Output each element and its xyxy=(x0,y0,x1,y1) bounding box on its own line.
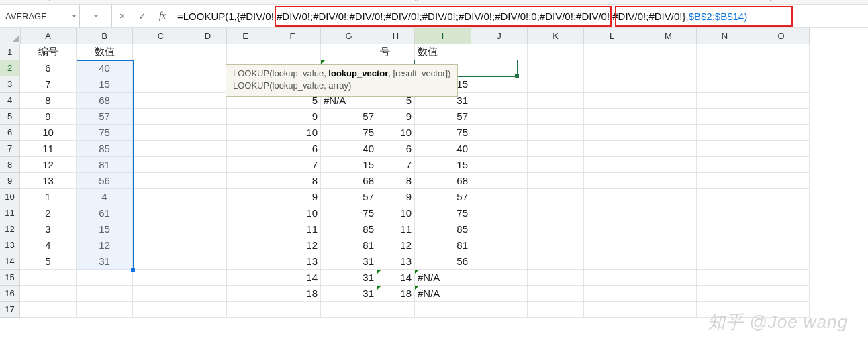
cell-K4[interactable] xyxy=(528,93,584,109)
cell-D10[interactable] xyxy=(189,189,227,205)
cell-I16[interactable]: #N/A xyxy=(415,286,471,302)
cell-L1[interactable] xyxy=(584,44,640,60)
cell-E11[interactable] xyxy=(227,205,264,221)
cell-O16[interactable] xyxy=(753,286,810,302)
col-header-K[interactable]: K xyxy=(528,28,584,44)
row-header-1[interactable]: 1 xyxy=(0,44,20,60)
cell-F5[interactable]: 9 xyxy=(264,109,321,125)
cell-D5[interactable] xyxy=(189,109,227,125)
cell-N2[interactable] xyxy=(697,60,753,76)
cell-M13[interactable] xyxy=(640,237,697,253)
cell-M9[interactable] xyxy=(640,173,697,189)
cell-J3[interactable] xyxy=(471,76,528,93)
cell-H11[interactable]: 10 xyxy=(377,205,415,221)
col-header-I[interactable]: I xyxy=(415,28,471,44)
cell-M2[interactable] xyxy=(640,60,697,76)
cell-J16[interactable] xyxy=(471,286,528,302)
cell-D7[interactable] xyxy=(189,141,227,157)
cell-J6[interactable] xyxy=(471,125,528,141)
cell-C13[interactable] xyxy=(133,237,189,253)
cell-O7[interactable] xyxy=(753,141,810,157)
cell-G16[interactable]: 31 xyxy=(321,286,377,302)
cell-J10[interactable] xyxy=(471,189,528,205)
row-header-16[interactable]: 16 xyxy=(0,286,20,302)
col-header-G[interactable]: G xyxy=(321,28,377,44)
cell-L15[interactable] xyxy=(584,270,640,286)
cell-N17[interactable] xyxy=(697,302,753,318)
cell-A5[interactable]: 9 xyxy=(20,109,77,125)
cell-C5[interactable] xyxy=(133,109,189,125)
cell-E5[interactable] xyxy=(227,109,264,125)
cell-J15[interactable] xyxy=(471,270,528,286)
cell-F1[interactable] xyxy=(264,44,321,60)
cell-D8[interactable] xyxy=(189,157,227,173)
cell-L3[interactable] xyxy=(584,76,640,93)
cell-J12[interactable] xyxy=(471,221,528,237)
cell-A14[interactable]: 5 xyxy=(20,253,77,270)
cell-I17[interactable] xyxy=(415,302,471,318)
cell-K13[interactable] xyxy=(528,237,584,253)
cell-L11[interactable] xyxy=(584,205,640,221)
cell-K6[interactable] xyxy=(528,125,584,141)
cell-K11[interactable] xyxy=(528,205,584,221)
cell-C2[interactable] xyxy=(133,60,189,76)
cell-O6[interactable] xyxy=(753,125,810,141)
cell-O1[interactable] xyxy=(753,44,810,60)
cell-L4[interactable] xyxy=(584,93,640,109)
cell-O4[interactable] xyxy=(753,93,810,109)
cell-I11[interactable]: 75 xyxy=(415,205,471,221)
cell-E7[interactable] xyxy=(227,141,264,157)
cell-A7[interactable]: 11 xyxy=(20,141,77,157)
cell-M11[interactable] xyxy=(640,205,697,221)
row-header-2[interactable]: 2 xyxy=(0,60,20,76)
cell-J7[interactable] xyxy=(471,141,528,157)
cell-B5[interactable]: 57 xyxy=(77,109,133,125)
cell-K8[interactable] xyxy=(528,157,584,173)
cell-D13[interactable] xyxy=(189,237,227,253)
cell-L10[interactable] xyxy=(584,189,640,205)
row-header-6[interactable]: 6 xyxy=(0,125,20,141)
cell-A6[interactable]: 10 xyxy=(20,125,77,141)
cell-K9[interactable] xyxy=(528,173,584,189)
cell-E14[interactable] xyxy=(227,253,264,270)
cell-O5[interactable] xyxy=(753,109,810,125)
row-header-4[interactable]: 4 xyxy=(0,93,20,109)
cell-F10[interactable]: 9 xyxy=(264,189,321,205)
cell-F14[interactable]: 13 xyxy=(264,253,321,270)
cell-B13[interactable]: 12 xyxy=(77,237,133,253)
cell-M4[interactable] xyxy=(640,93,697,109)
cell-B17[interactable] xyxy=(77,302,133,318)
cell-I15[interactable]: #N/A xyxy=(415,270,471,286)
cell-K14[interactable] xyxy=(528,253,584,270)
cell-B14[interactable]: 31 xyxy=(77,253,133,270)
cell-N3[interactable] xyxy=(697,76,753,93)
cell-K5[interactable] xyxy=(528,109,584,125)
cell-N4[interactable] xyxy=(697,93,753,109)
cell-A1[interactable]: 编号 xyxy=(20,44,77,60)
cell-M16[interactable] xyxy=(640,286,697,302)
cell-N15[interactable] xyxy=(697,270,753,286)
cell-J8[interactable] xyxy=(471,157,528,173)
col-header-B[interactable]: B xyxy=(77,28,133,44)
cell-B16[interactable] xyxy=(77,286,133,302)
cell-M15[interactable] xyxy=(640,270,697,286)
cell-J5[interactable] xyxy=(471,109,528,125)
cell-G15[interactable]: 31 xyxy=(321,270,377,286)
col-header-L[interactable]: L xyxy=(584,28,640,44)
cell-K15[interactable] xyxy=(528,270,584,286)
cell-N10[interactable] xyxy=(697,189,753,205)
cell-H8[interactable]: 7 xyxy=(377,157,415,173)
cell-E15[interactable] xyxy=(227,270,264,286)
cell-C7[interactable] xyxy=(133,141,189,157)
cell-I1[interactable]: 数值 xyxy=(415,44,471,60)
cell-C1[interactable] xyxy=(133,44,189,60)
cell-D17[interactable] xyxy=(189,302,227,318)
cell-N14[interactable] xyxy=(697,253,753,270)
cell-G6[interactable]: 75 xyxy=(321,125,377,141)
cell-I7[interactable]: 40 xyxy=(415,141,471,157)
col-header-C[interactable]: C xyxy=(133,28,189,44)
cell-A9[interactable]: 13 xyxy=(20,173,77,189)
select-all-corner[interactable] xyxy=(0,28,21,44)
cell-L5[interactable] xyxy=(584,109,640,125)
cell-C12[interactable] xyxy=(133,221,189,237)
